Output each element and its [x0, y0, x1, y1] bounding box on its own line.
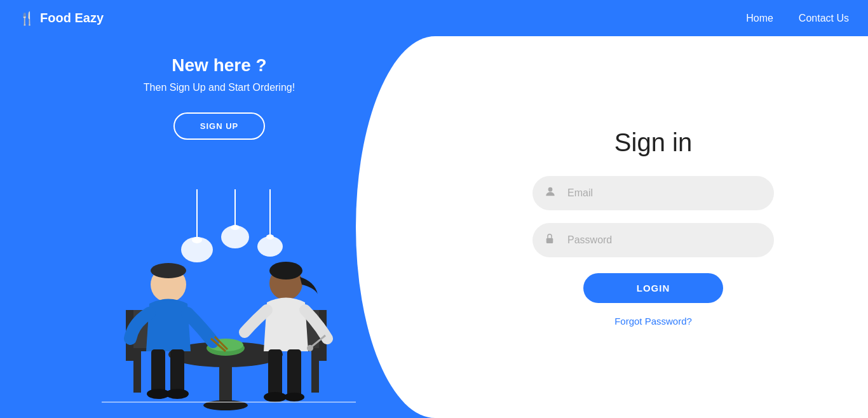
svg-point-5 — [231, 225, 240, 230]
nav-links: Home Contact Us — [746, 13, 849, 24]
email-input[interactable] — [532, 176, 774, 210]
svg-point-2 — [192, 237, 202, 243]
svg-point-41 — [548, 187, 553, 191]
lock-icon — [544, 232, 555, 248]
diner-illustration — [51, 189, 369, 418]
nav-contact-link[interactable]: Contact Us — [799, 13, 849, 24]
svg-rect-10 — [219, 354, 232, 405]
svg-rect-29 — [170, 349, 184, 394]
svg-point-25 — [151, 263, 186, 278]
login-button[interactable]: LOGIN — [583, 273, 723, 303]
svg-rect-42 — [546, 238, 553, 243]
brand-logo: 🍴 Food Eazy — [19, 11, 104, 26]
right-panel: Sign in LOGIN Forgot Password? — [438, 36, 868, 418]
svg-rect-36 — [268, 349, 282, 397]
svg-point-39 — [284, 393, 304, 401]
svg-point-33 — [269, 262, 302, 280]
new-here-subtitle: Then Sign Up and Start Ordering! — [144, 82, 295, 93]
left-content: New here ? Then Sign Up and Start Orderi… — [144, 55, 295, 140]
main-container: New here ? Then Sign Up and Start Orderi… — [0, 36, 868, 418]
nav-home-link[interactable]: Home — [746, 13, 773, 24]
signup-button[interactable]: SIGN UP — [173, 112, 265, 140]
left-panel: New here ? Then Sign Up and Start Orderi… — [0, 36, 438, 418]
signin-title: Sign in — [614, 128, 692, 157]
brand-name: Food Eazy — [40, 11, 104, 25]
svg-point-38 — [264, 392, 287, 402]
svg-point-31 — [166, 389, 189, 399]
svg-rect-37 — [287, 349, 301, 397]
email-input-group — [532, 176, 774, 210]
svg-point-35 — [307, 345, 313, 351]
svg-rect-28 — [151, 349, 165, 394]
fork-icon: 🍴 — [19, 11, 35, 26]
navbar: 🍴 Food Eazy Home Contact Us — [0, 0, 868, 36]
user-icon — [544, 185, 557, 201]
forgot-password-link[interactable]: Forgot Password? — [614, 316, 692, 327]
new-here-heading: New here ? — [144, 55, 295, 76]
password-input-group — [532, 223, 774, 257]
password-input[interactable] — [532, 223, 774, 257]
svg-point-8 — [266, 234, 274, 239]
